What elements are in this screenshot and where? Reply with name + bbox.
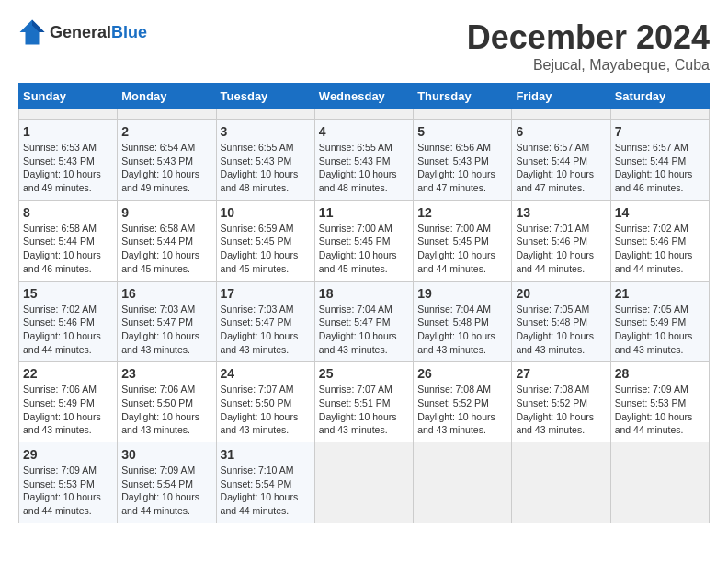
logo-general: General xyxy=(50,23,111,41)
sunset-label: Sunset: 5:51 PM xyxy=(319,397,391,408)
table-row: 18Sunrise: 7:04 AMSunset: 5:47 PMDayligh… xyxy=(314,281,413,362)
sunset-label: Sunset: 5:45 PM xyxy=(319,236,391,247)
sunrise-label: Sunrise: 7:04 AM xyxy=(319,304,392,315)
sunrise-label: Sunrise: 6:58 AM xyxy=(121,223,195,234)
col-tuesday: Tuesday xyxy=(216,84,314,109)
day-number: 6 xyxy=(516,124,606,139)
day-number: 11 xyxy=(319,205,409,220)
daylight-label: Daylight: 10 hours and 43 minutes. xyxy=(221,411,299,436)
sunset-label: Sunset: 5:52 PM xyxy=(516,397,587,408)
table-row: 4Sunrise: 6:55 AMSunset: 5:43 PMDaylight… xyxy=(314,120,413,201)
sunrise-label: Sunrise: 7:02 AM xyxy=(23,304,97,315)
table-row: 19Sunrise: 7:04 AMSunset: 5:48 PMDayligh… xyxy=(414,281,512,362)
daylight-label: Daylight: 10 hours and 43 minutes. xyxy=(121,330,199,355)
daylight-label: Daylight: 10 hours and 44 minutes. xyxy=(121,491,199,516)
table-row: 1Sunrise: 6:53 AMSunset: 5:43 PMDaylight… xyxy=(19,120,118,201)
table-row: 25Sunrise: 7:07 AMSunset: 5:51 PMDayligh… xyxy=(314,362,413,442)
sunrise-label: Sunrise: 7:07 AM xyxy=(221,384,294,395)
daylight-label: Daylight: 10 hours and 43 minutes. xyxy=(121,411,199,436)
table-row: 14Sunrise: 7:02 AMSunset: 5:46 PMDayligh… xyxy=(610,200,709,281)
day-info: Sunrise: 7:10 AMSunset: 5:54 PMDaylight:… xyxy=(221,464,311,518)
day-number: 21 xyxy=(615,286,705,301)
table-row: 17Sunrise: 7:03 AMSunset: 5:47 PMDayligh… xyxy=(216,281,314,362)
sunrise-label: Sunrise: 7:01 AM xyxy=(516,223,589,234)
day-number: 31 xyxy=(221,447,311,462)
main-title: December 2024 xyxy=(467,18,710,57)
table-row: 11Sunrise: 7:00 AMSunset: 5:45 PMDayligh… xyxy=(314,200,413,281)
day-number: 7 xyxy=(615,124,705,139)
sunrise-label: Sunrise: 6:56 AM xyxy=(417,142,491,153)
sunset-label: Sunset: 5:43 PM xyxy=(23,155,95,167)
logo: GeneralBlue xyxy=(18,18,147,46)
day-number: 10 xyxy=(221,205,311,220)
day-info: Sunrise: 6:53 AMSunset: 5:43 PMDaylight:… xyxy=(23,141,113,195)
day-number: 20 xyxy=(516,286,606,301)
sunset-label: Sunset: 5:43 PM xyxy=(221,155,292,167)
daylight-label: Daylight: 10 hours and 47 minutes. xyxy=(516,168,594,193)
sunrise-label: Sunrise: 6:55 AM xyxy=(319,142,392,153)
logo-blue: Blue xyxy=(111,23,147,41)
sunset-label: Sunset: 5:44 PM xyxy=(516,155,587,167)
table-row: 15Sunrise: 7:02 AMSunset: 5:46 PMDayligh… xyxy=(19,281,118,362)
day-number: 29 xyxy=(23,447,113,462)
table-row xyxy=(19,109,118,120)
sunrise-label: Sunrise: 7:03 AM xyxy=(121,304,195,315)
sunset-label: Sunset: 5:47 PM xyxy=(121,316,193,327)
day-info: Sunrise: 6:55 AMSunset: 5:43 PMDaylight:… xyxy=(319,141,409,195)
table-row: 23Sunrise: 7:06 AMSunset: 5:50 PMDayligh… xyxy=(118,362,216,442)
table-row: 5Sunrise: 6:56 AMSunset: 5:43 PMDaylight… xyxy=(414,120,512,201)
sunset-label: Sunset: 5:54 PM xyxy=(121,478,193,489)
day-number: 12 xyxy=(417,205,507,220)
daylight-label: Daylight: 10 hours and 43 minutes. xyxy=(615,330,693,355)
title-area: December 2024 Bejucal, Mayabeque, Cuba xyxy=(467,18,710,74)
logo-text: GeneralBlue xyxy=(50,23,147,42)
day-info: Sunrise: 6:55 AMSunset: 5:43 PMDaylight:… xyxy=(221,141,311,195)
sunset-label: Sunset: 5:43 PM xyxy=(417,155,489,167)
table-row: 7Sunrise: 6:57 AMSunset: 5:44 PMDaylight… xyxy=(610,120,709,201)
day-info: Sunrise: 6:57 AMSunset: 5:44 PMDaylight:… xyxy=(516,141,606,195)
table-row xyxy=(610,109,709,120)
sunset-label: Sunset: 5:43 PM xyxy=(319,155,391,167)
day-number: 24 xyxy=(221,366,311,381)
daylight-label: Daylight: 10 hours and 44 minutes. xyxy=(417,249,495,274)
day-number: 18 xyxy=(319,286,409,301)
day-info: Sunrise: 7:08 AMSunset: 5:52 PMDaylight:… xyxy=(516,383,606,437)
table-row: 29Sunrise: 7:09 AMSunset: 5:53 PMDayligh… xyxy=(19,442,118,523)
table-row xyxy=(414,442,512,523)
table-row: 20Sunrise: 7:05 AMSunset: 5:48 PMDayligh… xyxy=(512,281,610,362)
calendar-week-row: 22Sunrise: 7:06 AMSunset: 5:49 PMDayligh… xyxy=(19,362,710,442)
day-info: Sunrise: 7:09 AMSunset: 5:53 PMDaylight:… xyxy=(23,464,113,518)
daylight-label: Daylight: 10 hours and 49 minutes. xyxy=(23,168,101,193)
table-row: 6Sunrise: 6:57 AMSunset: 5:44 PMDaylight… xyxy=(512,120,610,201)
daylight-label: Daylight: 10 hours and 44 minutes. xyxy=(23,330,101,355)
daylight-label: Daylight: 10 hours and 43 minutes. xyxy=(516,330,594,355)
day-info: Sunrise: 7:00 AMSunset: 5:45 PMDaylight:… xyxy=(417,222,507,276)
table-row: 27Sunrise: 7:08 AMSunset: 5:52 PMDayligh… xyxy=(512,362,610,442)
col-friday: Friday xyxy=(512,84,610,109)
day-number: 26 xyxy=(417,366,507,381)
day-info: Sunrise: 7:01 AMSunset: 5:46 PMDaylight:… xyxy=(516,222,606,276)
sunset-label: Sunset: 5:46 PM xyxy=(516,236,587,247)
col-thursday: Thursday xyxy=(414,84,512,109)
day-number: 4 xyxy=(319,124,409,139)
day-number: 22 xyxy=(23,366,113,381)
day-number: 25 xyxy=(319,366,409,381)
calendar-week-row: 15Sunrise: 7:02 AMSunset: 5:46 PMDayligh… xyxy=(19,281,710,362)
day-number: 16 xyxy=(121,286,211,301)
daylight-label: Daylight: 10 hours and 44 minutes. xyxy=(615,249,693,274)
sunset-label: Sunset: 5:50 PM xyxy=(221,397,292,408)
day-number: 17 xyxy=(221,286,311,301)
sunset-label: Sunset: 5:46 PM xyxy=(615,236,687,247)
day-number: 13 xyxy=(516,205,606,220)
sunrise-label: Sunrise: 6:55 AM xyxy=(221,142,294,153)
sunset-label: Sunset: 5:45 PM xyxy=(417,236,489,247)
sunrise-label: Sunrise: 6:58 AM xyxy=(23,223,97,234)
sunset-label: Sunset: 5:45 PM xyxy=(221,236,292,247)
col-saturday: Saturday xyxy=(610,84,709,109)
col-sunday: Sunday xyxy=(19,84,118,109)
table-row: 16Sunrise: 7:03 AMSunset: 5:47 PMDayligh… xyxy=(118,281,216,362)
sunrise-label: Sunrise: 7:08 AM xyxy=(516,384,589,395)
table-row: 31Sunrise: 7:10 AMSunset: 5:54 PMDayligh… xyxy=(216,442,314,523)
sunset-label: Sunset: 5:46 PM xyxy=(23,316,95,327)
table-row xyxy=(610,442,709,523)
